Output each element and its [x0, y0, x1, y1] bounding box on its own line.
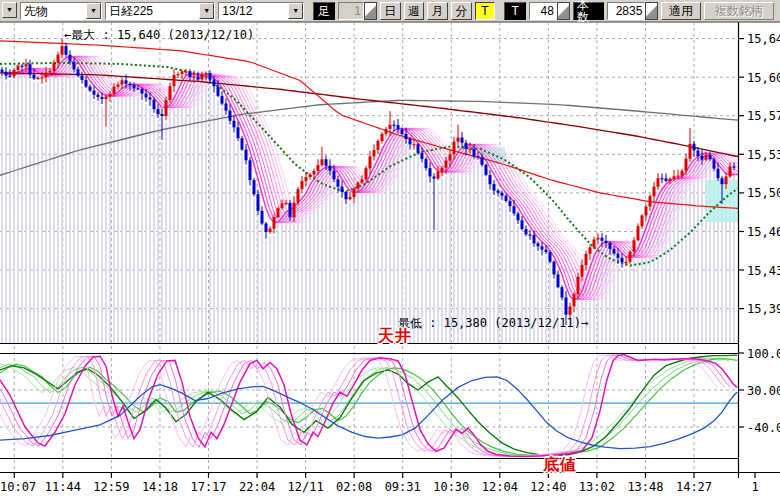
spin-button-icon[interactable]	[645, 2, 658, 20]
tick-count-value: 48	[529, 2, 557, 20]
time-tick-label: 10:07	[0, 480, 36, 494]
dropdown-arrow-icon[interactable]	[2, 2, 17, 18]
dropdown-arrow-icon[interactable]	[86, 3, 101, 19]
symbol-combo[interactable]: 日経225	[105, 2, 215, 20]
dropdown-arrow-icon[interactable]	[288, 3, 303, 19]
ceiling-label: 天井	[378, 326, 412, 347]
oscillator-tick-label: 30.00	[747, 384, 780, 398]
max-price-annotation: ←最大 : 15,640 (2013/12/10)	[64, 27, 254, 44]
main-panel	[0, 39, 760, 343]
contract-month-value: 13/12	[219, 3, 288, 19]
time-tick-label: 14:18	[142, 480, 178, 494]
spin-button-icon[interactable]	[557, 2, 570, 20]
time-tick-label: 09:31	[385, 480, 421, 494]
symbol-value: 日経225	[106, 3, 199, 19]
price-tick-label: 15,535	[747, 148, 780, 162]
contract-month-combo[interactable]: 13/12	[218, 2, 304, 20]
price-tick-label: 15,500	[747, 186, 780, 200]
time-tick-label: 1	[751, 480, 758, 494]
price-tick-label: 15,395	[747, 302, 780, 316]
time-tick-label: 14:27	[676, 480, 712, 494]
price-chart-canvas: 15,64015,60515,57015,53515,50015,46515,4…	[0, 22, 780, 500]
bar-count-stepper[interactable]: 2835	[607, 2, 658, 20]
chart-application-window: 15,64015,60515,57015,53515,50015,46515,4…	[0, 0, 780, 500]
price-tick-label: 15,570	[747, 109, 780, 123]
time-tick-label: 13:02	[579, 480, 615, 494]
tick-size-label: T	[504, 2, 526, 20]
toolbar: 先物 日経225 13/12 足 1 日 週 月 分 T T 48 本数 283…	[0, 0, 780, 22]
instrument-type-value: 先物	[21, 3, 86, 19]
spin-button-icon[interactable]	[364, 2, 377, 20]
oscillator-tick-label: 100.00	[747, 347, 780, 361]
instrument-type-combo[interactable]: 先物	[20, 2, 102, 20]
interval-stepper[interactable]: 1	[338, 2, 377, 20]
chart-area: 15,64015,60515,57015,53515,50015,46515,4…	[0, 0, 780, 500]
price-tick-label: 15,605	[747, 71, 780, 85]
time-tick-label: 02:08	[336, 480, 372, 494]
week-button[interactable]: 週	[404, 2, 425, 20]
bar-type-label: 足	[313, 2, 335, 20]
interval-value: 1	[338, 2, 364, 20]
time-tick-label: 10:30	[433, 480, 469, 494]
dropdown-arrow-icon[interactable]	[199, 3, 214, 19]
time-tick-label: 12/11	[288, 480, 324, 494]
time-tick-label: 12:04	[482, 480, 518, 494]
oscillator-tick-label: -40.00	[747, 421, 780, 435]
clipped-combo-fragment[interactable]	[2, 2, 17, 20]
time-tick-label: 12:59	[93, 480, 129, 494]
day-button[interactable]: 日	[380, 2, 401, 20]
bar-count-value: 2835	[607, 2, 645, 20]
time-tick-label: 12:40	[530, 480, 566, 494]
price-tick-label: 15,465	[747, 225, 780, 239]
bottom-label: 底値	[543, 455, 577, 476]
month-button[interactable]: 月	[427, 2, 448, 20]
multi-symbol-button[interactable]: 複数銘柄	[704, 2, 774, 20]
time-tick-label: 17:17	[190, 480, 226, 494]
oscillator-panel	[0, 355, 738, 457]
time-tick-label: 13:48	[627, 480, 663, 494]
tick-toggle-button[interactable]: T	[475, 2, 496, 20]
bar-count-label: 本数	[573, 2, 604, 20]
min-price-annotation: 最低 : 15,380 (2013/12/11)→	[398, 315, 588, 332]
apply-button[interactable]: 適用	[661, 2, 700, 20]
price-tick-label: 15,640	[747, 32, 780, 46]
price-tick-label: 15,430	[747, 264, 780, 278]
tick-count-stepper[interactable]: 48	[529, 2, 570, 20]
minute-button[interactable]: 分	[451, 2, 472, 20]
time-tick-label: 22:04	[239, 480, 275, 494]
time-tick-label: 11:44	[45, 480, 81, 494]
